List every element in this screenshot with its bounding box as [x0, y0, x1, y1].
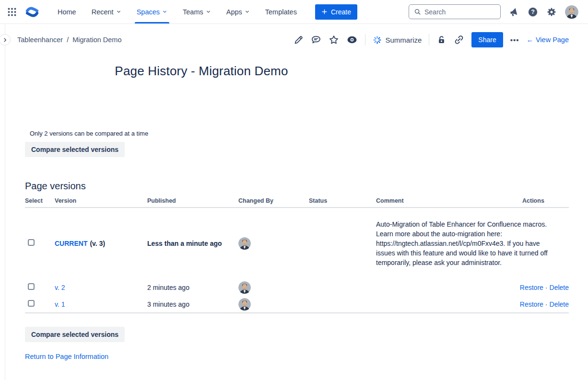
- more-actions-icon[interactable]: •••: [510, 36, 519, 44]
- page-versions-heading: Page versions: [25, 181, 86, 192]
- actions-cell: Restore·Delete: [519, 284, 569, 291]
- topnav-left: Home Recent Spaces Teams: [6, 0, 357, 23]
- restore-link[interactable]: Restore: [520, 300, 543, 308]
- table-row-current: CURRENT(v. 3) Less than a minute ago Aut…: [25, 208, 569, 279]
- breadcrumb-separator: /: [67, 36, 69, 44]
- svg-text:?: ?: [531, 9, 535, 15]
- actions-cell: Restore·Delete: [519, 300, 569, 308]
- nav-item-templates[interactable]: Templates: [263, 0, 299, 23]
- view-page-label: View Page: [536, 36, 569, 44]
- toolbar-divider: [365, 34, 365, 46]
- published-time: 2 minutes ago: [147, 284, 238, 291]
- page-toolbar: Tableenhancer / Migration Demo: [17, 28, 569, 52]
- version-checkbox[interactable]: [28, 283, 35, 290]
- help-icon[interactable]: ?: [528, 7, 538, 17]
- nav-item-apps[interactable]: Apps: [224, 0, 252, 23]
- primary-nav: Home Recent Spaces Teams: [50, 0, 305, 23]
- expand-sidebar-button[interactable]: [0, 34, 11, 46]
- breadcrumb-page-link[interactable]: Migration Demo: [72, 36, 121, 44]
- version-link[interactable]: v. 1: [55, 300, 65, 308]
- column-header-comment: Comment: [376, 197, 519, 204]
- changed-by-avatar[interactable]: [238, 237, 251, 250]
- nav-item-label: Spaces: [137, 8, 160, 16]
- star-icon[interactable]: [329, 35, 339, 45]
- column-header-version: Version: [55, 197, 147, 204]
- published-time: Less than a minute ago: [147, 240, 238, 247]
- nav-item-home[interactable]: Home: [56, 0, 78, 23]
- topnav-right: ?: [409, 4, 578, 19]
- confluence-logo-icon[interactable]: [25, 5, 39, 19]
- chevron-down-icon: [245, 9, 250, 14]
- chevron-down-icon: [206, 9, 211, 14]
- version-checkbox[interactable]: [28, 239, 35, 246]
- published-time: 3 minutes ago: [147, 300, 238, 308]
- breadcrumb-space-link[interactable]: Tableenhancer: [17, 36, 63, 44]
- actions-separator: ·: [545, 284, 548, 291]
- comments-icon[interactable]: [311, 35, 321, 45]
- current-version-link[interactable]: CURRENT: [55, 240, 87, 247]
- create-button[interactable]: Create: [315, 4, 357, 20]
- edit-pencil-icon[interactable]: [294, 35, 304, 45]
- compare-note: Only 2 versions can be compared at a tim…: [30, 130, 148, 137]
- nav-item-label: Apps: [226, 8, 242, 16]
- nav-item-label: Templates: [265, 8, 297, 16]
- restore-link[interactable]: Restore: [520, 284, 543, 291]
- version-link[interactable]: v. 2: [55, 284, 65, 291]
- nav-item-teams[interactable]: Teams: [181, 0, 213, 23]
- chevron-down-icon: [162, 9, 167, 14]
- version-checkbox[interactable]: [28, 300, 35, 307]
- changed-by-avatar[interactable]: [238, 298, 251, 311]
- app-switcher-icon[interactable]: [6, 6, 18, 18]
- delete-link[interactable]: Delete: [550, 300, 569, 308]
- table-row-v1: v. 1 3 minutes ago Restore: [25, 296, 569, 313]
- nav-item-spaces[interactable]: Spaces: [135, 0, 169, 23]
- nav-item-label: Teams: [183, 8, 203, 16]
- compare-selected-versions-button-bottom[interactable]: Compare selected versions: [25, 327, 125, 342]
- feedback-megaphone-icon[interactable]: [509, 7, 519, 17]
- sidebar-divider: [5, 24, 5, 380]
- nav-item-label: Recent: [92, 8, 114, 16]
- ai-sparkle-icon: [373, 35, 382, 45]
- return-to-page-information-link[interactable]: Return to Page Information: [25, 353, 108, 360]
- column-header-actions: Actions: [519, 197, 569, 204]
- compare-selected-versions-button-top[interactable]: Compare selected versions: [25, 142, 125, 157]
- changed-by-avatar[interactable]: [238, 281, 251, 294]
- copy-link-icon[interactable]: [454, 35, 464, 45]
- search-icon: [414, 8, 421, 15]
- nav-item-label: Home: [58, 8, 76, 16]
- column-header-status: Status: [309, 197, 376, 204]
- settings-gear-icon[interactable]: [546, 7, 557, 17]
- delete-link[interactable]: Delete: [550, 284, 569, 291]
- back-arrow-icon: ←: [526, 36, 533, 44]
- watch-eye-icon[interactable]: [346, 34, 358, 46]
- toolbar-divider: [429, 34, 429, 46]
- summarize-button[interactable]: Summarize: [373, 35, 422, 45]
- create-button-label: Create: [331, 8, 351, 16]
- share-button[interactable]: Share: [471, 32, 503, 47]
- plus-icon: [321, 9, 328, 15]
- nav-item-recent[interactable]: Recent: [90, 0, 123, 23]
- page-title: Page History - Migration Demo: [25, 64, 378, 79]
- page-tools: Summarize Share ••• ←: [294, 32, 569, 47]
- actions-separator: ·: [545, 300, 548, 308]
- version-comment: Auto-Migration of Table Enhancer for Con…: [376, 216, 554, 271]
- version-number-label: (v. 3): [90, 240, 105, 247]
- page-history-screen: Home Recent Spaces Teams: [0, 0, 588, 380]
- view-page-link[interactable]: ← View Page: [526, 36, 569, 44]
- table-row-v2: v. 2 2 minutes ago Restore: [25, 279, 569, 296]
- search-input[interactable]: [424, 8, 495, 16]
- chevron-down-icon: [116, 9, 121, 14]
- top-navigation-bar: Home Recent Spaces Teams: [0, 0, 588, 24]
- summarize-label: Summarize: [385, 36, 422, 44]
- column-header-changed-by: Changed By: [238, 197, 309, 204]
- table-header-row: Select Version Published Changed By Stat…: [25, 195, 569, 208]
- search-box: [409, 4, 501, 19]
- column-header-select: Select: [25, 197, 55, 204]
- page-versions-table: Select Version Published Changed By Stat…: [25, 195, 569, 313]
- column-header-published: Published: [147, 197, 238, 204]
- unlock-icon[interactable]: [436, 35, 447, 45]
- breadcrumb: Tableenhancer / Migration Demo: [17, 36, 122, 44]
- user-avatar[interactable]: [565, 5, 578, 19]
